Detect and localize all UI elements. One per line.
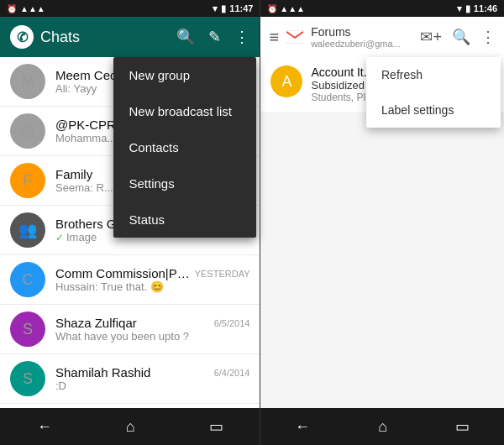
right-bottom-nav: ← ⌂ ▭ [260,408,504,445]
gmail-app-name: Forums [311,25,413,39]
battery-icon-right: ▮ [465,3,470,14]
alarm-icon-right: ⏰ [267,4,277,13]
gmail-header-info: Forums waleedzuberi@gma... [311,25,413,49]
chat-time-shamilah: 6/4/2014 [214,368,250,378]
new-broadcast-item[interactable]: New broadcast list [113,93,256,129]
left-time: ▾ ▮ 11:47 [213,3,253,14]
contacts-item[interactable]: Contacts [113,129,256,165]
new-group-item[interactable]: New group [113,57,256,93]
gmail-more-icon[interactable]: ⋮ [480,28,496,46]
gmail-search-icon[interactable]: 🔍 [452,28,470,46]
chat-item-shamilah[interactable]: S Shamilah Rashid 6/4/2014 :D [0,354,260,404]
right-status-bar: ⏰ ▲▲▲ ▾ ▮ 11:46 [260,0,504,17]
chat-info-shaza: Shaza Zulfiqar 6/5/2014 What have you be… [55,316,249,343]
chat-name-comm: Comm Commission|Pa... [55,266,190,280]
gmail-avatar: A [270,65,302,97]
chat-info-shamilah: Shamilah Rashid 6/4/2014 :D [55,365,249,392]
avatar-comm: C [10,262,45,297]
gmail-compose-icon[interactable]: ✉+ [420,28,442,46]
chat-item-shaza[interactable]: S Shaza Zulfiqar 6/5/2014 What have you … [0,305,260,354]
gmail-account: waleedzuberi@gma... [311,39,413,49]
chat-time-shaza: 6/5/2014 [214,318,250,328]
refresh-item[interactable]: Refresh [366,57,501,92]
chat-preview-comm: Hussain: True that. 😊 [55,280,249,293]
battery-icon: ▮ [221,3,226,14]
chat-info-comm: Comm Commission|Pa... YESTERDAY Hussain:… [55,266,249,293]
right-status-icons: ⏰ ▲▲▲ [267,4,304,13]
chat-preview-shamilah: :D [55,380,249,392]
search-icon[interactable]: 🔍 [176,28,195,46]
gmail-logo [286,28,304,46]
right-time-section: ▾ ▮ 11:46 [457,3,497,14]
gmail-header: ≡ Forums waleedzuberi@gma... ✉+ 🔍 ⋮ [260,17,504,57]
wifi-icon-right: ▾ [457,3,462,14]
chat-name-family: Family [55,167,92,181]
right-clock: 11:46 [474,3,497,13]
chat-time-comm: YESTERDAY [195,269,250,279]
chat-item-comm[interactable]: C Comm Commission|Pa... YESTERDAY Hussai… [0,255,260,305]
avatar-shamilah: S [10,361,45,396]
right-home-button[interactable]: ⌂ [378,418,387,436]
right-recent-button[interactable]: ▭ [455,417,470,436]
whatsapp-title: Chats [40,29,170,46]
whatsapp-header: ✆ Chats 🔍 ✎ ⋮ [0,17,260,57]
whatsapp-panel: ⏰ ▲▲▲ ▾ ▮ 11:47 ✆ Chats 🔍 ✎ ⋮ New group [0,0,260,445]
gmail-logo-svg [286,30,303,44]
recent-button[interactable]: ▭ [209,417,223,436]
gmail-menu-icon[interactable]: ≡ [269,28,279,47]
label-settings-item[interactable]: Label settings [366,92,501,128]
home-button[interactable]: ⌂ [126,418,135,436]
alarm-icon: ⏰ [7,4,17,13]
right-back-button[interactable]: ← [295,418,310,436]
chat-name-shamilah: Shamilah Rashid [55,365,150,380]
chat-preview-shaza: What have you been upto ? [55,330,249,343]
signal-icon: ▲▲▲ [20,4,45,13]
whatsapp-dropdown: New group New broadcast list Contacts Se… [113,57,256,238]
left-bottom-nav: ← ⌂ ▭ [0,408,260,445]
wifi-icon: ▾ [213,3,218,14]
gmail-header-icons: ✉+ 🔍 ⋮ [420,28,496,46]
whatsapp-logo: ✆ [10,25,34,49]
more-icon[interactable]: ⋮ [234,28,249,46]
chat-name-shaza: Shaza Zulfiqar [55,316,137,330]
left-clock: 11:47 [229,3,253,13]
compose-icon[interactable]: ✎ [208,28,221,46]
tick-icon: ✓ [55,232,64,243]
settings-item[interactable]: Settings [113,165,256,202]
signal-icon-right: ▲▲▲ [280,4,305,13]
gmail-panel: ⏰ ▲▲▲ ▾ ▮ 11:46 ≡ Forums w [260,0,504,445]
avatar-family: F [10,163,45,198]
status-item[interactable]: Status [113,202,256,238]
back-button[interactable]: ← [37,418,52,436]
left-status-bar: ⏰ ▲▲▲ ▾ ▮ 11:47 [0,0,260,17]
avatar-shaza: S [10,312,45,347]
gmail-dropdown: Refresh Label settings [366,57,501,128]
avatar-pk: @ [10,113,45,149]
avatar-brothers: 👥 [10,212,45,248]
left-status-icons: ⏰ ▲▲▲ [7,4,45,13]
avatar-meem: M [10,64,45,99]
whatsapp-header-icons: 🔍 ✎ ⋮ [176,28,249,46]
